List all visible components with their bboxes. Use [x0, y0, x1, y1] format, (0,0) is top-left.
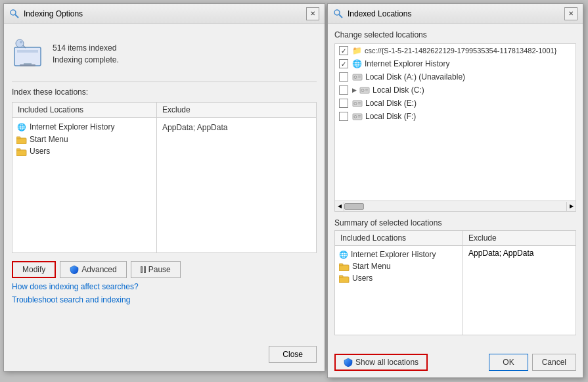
close-button[interactable]: Close — [269, 346, 317, 363]
svg-rect-30 — [358, 117, 361, 118]
indexed-content: Change selected locations 📁 csc://{S-1-5… — [328, 24, 583, 342]
horizontal-scrollbar[interactable]: ◀ ▶ — [334, 201, 576, 212]
summary-exclude-value: AppData; AppData — [463, 246, 576, 260]
summary-included-header: Included Locations — [335, 231, 463, 246]
ie-icon: 🌐 — [339, 251, 348, 259]
folder-icon — [16, 135, 27, 143]
list-item: 🌐 Internet Explorer History — [339, 249, 459, 260]
index-locations-label: Index these locations: — [12, 87, 317, 97]
ie-name: Internet Explorer History — [365, 59, 449, 68]
svg-point-13 — [334, 10, 340, 15]
pause-label: Pause — [148, 265, 171, 274]
advanced-button[interactable]: Advanced — [60, 261, 126, 278]
disk-icon — [359, 85, 370, 95]
change-label: Change selected locations — [334, 30, 576, 39]
indexing-title-bar: Indexing Options ✕ — [4, 4, 325, 24]
summary-table: Included Locations 🌐 Internet Explorer H… — [334, 230, 576, 335]
disk-icon — [352, 112, 363, 121]
svg-rect-3 — [17, 50, 38, 53]
location-name: Users — [30, 147, 50, 156]
status-text-block: 514 items indexed Indexing complete. — [53, 43, 119, 64]
cancel-button[interactable]: Cancel — [532, 354, 576, 371]
scroll-left-button[interactable]: ◀ — [335, 202, 344, 211]
location-name: Start Menu — [30, 135, 68, 144]
locations-list[interactable]: 📁 csc://{S-1-5-21-1482622129-1799535354-… — [334, 43, 576, 201]
disk-e-name: Local Disk (E:) — [365, 99, 417, 108]
summary-exclude-header: Exclude — [463, 231, 576, 246]
folder-icon — [339, 274, 350, 282]
indexing-options-window: Indexing Options ✕ 514 items indexed Ind… — [3, 3, 325, 371]
show-all-shield-icon — [344, 358, 353, 367]
scroll-right-button[interactable]: ▶ — [566, 202, 576, 211]
ok-button[interactable]: OK — [489, 354, 528, 371]
disk-a-name: Local Disk (A:) (Unavailable) — [365, 72, 465, 82]
indexing-close-button[interactable]: ✕ — [306, 7, 319, 20]
svg-rect-8 — [20, 64, 35, 66]
summary-included-body: 🌐 Internet Explorer History Start Menu — [335, 246, 463, 287]
svg-point-4 — [16, 39, 24, 47]
summary-section: Summary of selected locations Included L… — [334, 218, 576, 335]
indexing-title-icon — [9, 9, 20, 19]
status-message: Indexing complete. — [53, 55, 119, 64]
indexed-title-bar: Indexed Locations ✕ — [328, 4, 583, 24]
svg-rect-18 — [358, 78, 361, 78]
location-name: Users — [352, 274, 373, 283]
exclude-value: AppData; AppData — [157, 120, 316, 135]
list-item: 🌐 Internet Explorer History — [335, 57, 576, 70]
checkbox-a[interactable] — [339, 72, 348, 82]
troubleshoot-link[interactable]: Troubleshoot search and indexing — [12, 295, 317, 304]
indexed-locations-window: Indexed Locations ✕ Change selected loca… — [327, 3, 583, 378]
svg-rect-26 — [358, 104, 361, 105]
csc-icon: 📁 — [352, 46, 362, 55]
exclude-column: Exclude AppData; AppData — [157, 103, 316, 252]
checkbox-ie[interactable] — [339, 59, 348, 68]
list-item: Start Menu — [16, 133, 152, 145]
list-item: Local Disk (A:) (Unavailable) — [335, 70, 576, 84]
shield-icon — [70, 265, 79, 274]
svg-rect-21 — [365, 89, 368, 90]
summary-exclude-col: Exclude AppData; AppData — [463, 231, 576, 335]
indexing-help-link[interactable]: How does indexing affect searches? — [12, 282, 317, 291]
svg-rect-29 — [358, 115, 361, 116]
checkbox-f[interactable] — [339, 112, 348, 121]
location-name: Internet Explorer History — [351, 250, 436, 259]
scroll-thumb[interactable] — [344, 203, 364, 210]
advanced-label: Advanced — [81, 265, 116, 274]
ie-icon: 🌐 — [16, 122, 27, 132]
location-name: Internet Explorer History — [30, 122, 114, 131]
location-name: Start Menu — [352, 262, 391, 271]
svg-point-0 — [11, 10, 16, 15]
folder-icon — [16, 147, 27, 155]
list-item: Start Menu — [339, 260, 459, 272]
indexed-title-icon — [333, 9, 344, 19]
checkbox-csc[interactable] — [339, 46, 348, 55]
pause-icon — [141, 266, 146, 273]
list-item: Local Disk (F:) — [335, 110, 576, 123]
svg-line-1 — [15, 14, 18, 18]
show-all-locations-button[interactable]: Show all locations — [334, 354, 428, 371]
disk-f-name: Local Disk (F:) — [365, 112, 416, 121]
divider-1 — [12, 82, 317, 82]
folder-icon — [339, 262, 350, 270]
svg-rect-10 — [16, 137, 20, 139]
indexed-close-button[interactable]: ✕ — [564, 7, 577, 20]
pause-button[interactable]: Pause — [131, 261, 181, 278]
summary-label: Summary of selected locations — [334, 218, 576, 227]
list-item: Users — [339, 272, 459, 284]
disk-c-name: Local Disk (C:) — [373, 85, 424, 95]
main-buttons-row: Modify Advanced Pause — [12, 261, 317, 278]
list-item: Users — [16, 145, 152, 157]
indexing-content: 514 items indexed Indexing complete. Ind… — [4, 24, 325, 312]
status-section: 514 items indexed Indexing complete. — [12, 32, 317, 76]
list-item: Local Disk (E:) — [335, 97, 576, 110]
checkbox-c[interactable] — [339, 85, 348, 95]
indexing-title-text: Indexing Options — [24, 9, 306, 18]
summary-included-col: Included Locations 🌐 Internet Explorer H… — [335, 231, 463, 335]
checkbox-e[interactable] — [339, 99, 348, 108]
show-all-label: Show all locations — [355, 358, 418, 367]
modify-button[interactable]: Modify — [12, 261, 56, 278]
scroll-track — [344, 203, 566, 210]
svg-rect-25 — [358, 102, 361, 103]
svg-line-14 — [339, 14, 342, 18]
list-item: 🌐 Internet Explorer History — [16, 120, 152, 133]
